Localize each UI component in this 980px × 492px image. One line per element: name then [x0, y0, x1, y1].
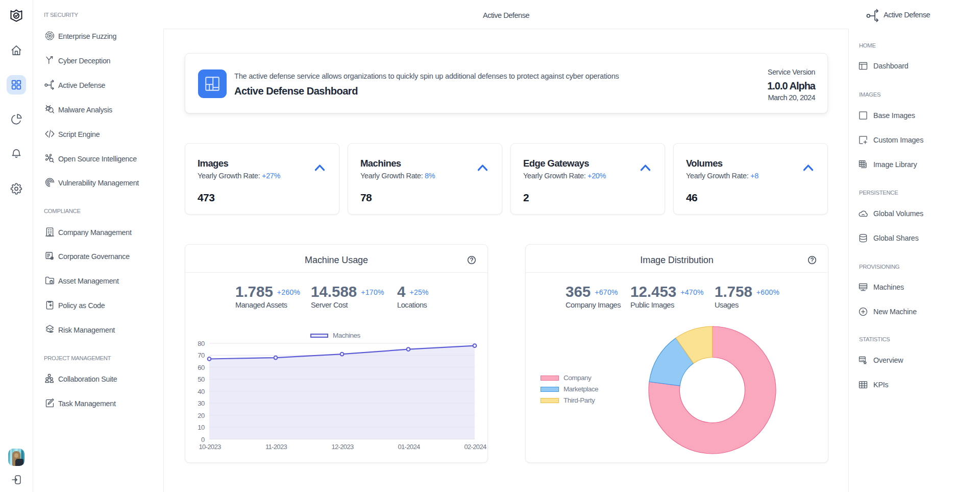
svg-text:50: 50	[198, 376, 205, 383]
svg-text:02-2024: 02-2024	[464, 443, 486, 451]
svg-text:0: 0	[201, 436, 205, 443]
svg-text:70: 70	[198, 352, 205, 359]
svg-text:60: 60	[198, 364, 205, 371]
svg-text:10: 10	[198, 424, 205, 431]
svg-text:20: 20	[198, 412, 205, 419]
svg-text:30: 30	[198, 400, 205, 407]
svg-text:12-2023: 12-2023	[331, 443, 354, 451]
svg-text:80: 80	[198, 340, 205, 347]
svg-text:10-2023: 10-2023	[199, 443, 221, 451]
svg-text:01-2024: 01-2024	[398, 443, 420, 451]
svg-text:40: 40	[198, 388, 205, 395]
svg-text:11-2023: 11-2023	[265, 443, 287, 451]
